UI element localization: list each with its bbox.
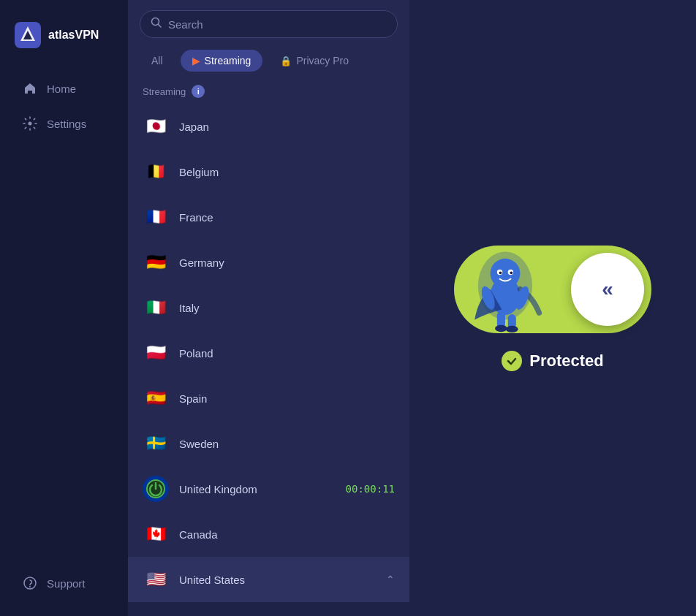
settings-icon	[22, 115, 38, 132]
settings-label: Settings	[47, 118, 86, 130]
svg-point-10	[491, 258, 521, 288]
server-name: United States	[179, 574, 376, 586]
list-item-us[interactable]: 🇺🇸 United States ⌃	[128, 557, 409, 602]
server-name: Canada	[179, 528, 395, 541]
list-item[interactable]: 🇪🇸 Spain	[128, 376, 409, 421]
vpn-mascot	[461, 238, 549, 333]
vpn-toggle-thumb[interactable]: «	[571, 253, 644, 326]
flag-italy: 🇮🇹	[143, 294, 169, 321]
connection-timer: 00:00:11	[346, 483, 395, 495]
home-label: Home	[47, 83, 76, 95]
flag-france: 🇫🇷	[143, 204, 169, 230]
flag-spain: 🇪🇸	[143, 385, 169, 411]
sidebar-item-settings[interactable]: Settings	[7, 107, 121, 140]
flag-dallas: 🇺🇸	[164, 612, 185, 616]
server-list: 🇯🇵 Japan 🇧🇪 Belgium 🇫🇷 France 🇩🇪 Germany…	[128, 104, 409, 616]
search-input[interactable]	[168, 18, 387, 31]
tab-privacy-pro[interactable]: 🔒 Privacy Pro	[268, 50, 360, 72]
server-name: United Kingdom	[179, 483, 336, 495]
list-item[interactable]: 🇸🇪 Sweden	[128, 421, 409, 466]
server-panel: All ▶ Streaming 🔒 Privacy Pro Streaming …	[128, 0, 409, 616]
sidebar-item-home[interactable]: Home	[7, 72, 121, 105]
flag-belgium: 🇧🇪	[143, 159, 169, 185]
server-name: Spain	[179, 392, 395, 405]
sidebar: atlasVPN Home Settings	[0, 0, 128, 616]
list-item[interactable]: 🇧🇪 Belgium	[128, 149, 409, 194]
logo-text: atlasVPN	[48, 28, 99, 42]
vpn-toggle-container: « Protected	[454, 246, 651, 371]
tab-streaming[interactable]: ▶ Streaming	[181, 50, 263, 72]
flag-japan: 🇯🇵	[143, 113, 169, 140]
server-name: Italy	[179, 302, 395, 314]
atlas-logo-icon	[15, 22, 41, 48]
section-label: Streaming	[143, 86, 186, 97]
server-name: Japan	[179, 121, 395, 133]
protected-status: Protected	[502, 351, 603, 371]
sidebar-item-support[interactable]: Support	[7, 566, 121, 600]
list-item[interactable]: 🇵🇱 Poland	[128, 330, 409, 376]
protected-check-icon	[502, 351, 522, 371]
flag-sweden: 🇸🇪	[143, 430, 169, 457]
svg-point-3	[29, 586, 31, 588]
svg-point-14	[510, 271, 513, 274]
list-item[interactable]: 🇯🇵 Japan	[128, 104, 409, 149]
vpn-toggle[interactable]: «	[454, 246, 651, 333]
svg-point-13	[499, 271, 502, 274]
list-item-dallas[interactable]: 🇺🇸 Dallas	[128, 602, 409, 616]
server-name: Germany	[179, 256, 395, 269]
list-item[interactable]: 🇨🇦 Canada	[128, 512, 409, 557]
list-item[interactable]: United Kingdom 00:00:11	[128, 466, 409, 512]
right-panel: « Protected	[409, 0, 696, 616]
streaming-tab-icon: ▶	[192, 55, 200, 66]
server-name: Poland	[179, 347, 395, 360]
server-name: France	[179, 211, 395, 224]
sidebar-bottom: Support	[0, 565, 128, 601]
sidebar-nav: Home Settings	[0, 70, 128, 142]
svg-point-18	[506, 325, 518, 332]
support-icon	[22, 575, 38, 591]
list-item[interactable]: 🇮🇹 Italy	[128, 285, 409, 330]
tab-all[interactable]: All	[140, 50, 175, 72]
info-icon[interactable]: i	[192, 85, 205, 98]
logo-area: atlasVPN	[0, 15, 128, 70]
search-bar	[140, 10, 398, 38]
search-bar-area	[128, 0, 409, 45]
flag-germany: 🇩🇪	[143, 249, 169, 275]
support-label: Support	[47, 577, 86, 590]
flag-poland: 🇵🇱	[143, 340, 169, 366]
list-item[interactable]: 🇩🇪 Germany	[128, 240, 409, 285]
chevron-left-icon: «	[602, 278, 613, 301]
section-header: Streaming i	[128, 79, 409, 104]
server-name: Belgium	[179, 166, 395, 178]
svg-point-17	[495, 324, 507, 331]
tabs-area: All ▶ Streaming 🔒 Privacy Pro	[128, 45, 409, 79]
protected-label: Protected	[529, 351, 603, 370]
lock-icon: 🔒	[280, 56, 292, 66]
list-item[interactable]: 🇫🇷 France	[128, 194, 409, 240]
flag-uk	[143, 476, 169, 502]
svg-point-1	[29, 122, 32, 126]
server-name: Sweden	[179, 438, 395, 450]
flag-canada: 🇨🇦	[143, 521, 169, 547]
home-icon	[22, 80, 38, 96]
search-icon	[151, 17, 162, 31]
chevron-up-icon: ⌃	[386, 574, 395, 585]
flag-us: 🇺🇸	[143, 566, 169, 593]
